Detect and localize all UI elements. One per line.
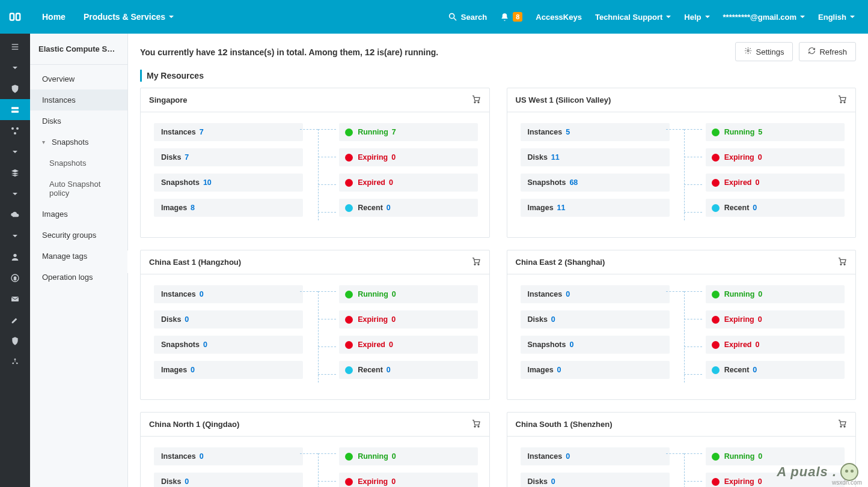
status-pill[interactable]: Expiring 0 xyxy=(339,473,478,487)
sidebar-item[interactable]: Overview xyxy=(30,68,127,89)
sidebar-item[interactable]: Operation logs xyxy=(30,267,127,288)
resource-pill[interactable]: Disks 0 xyxy=(154,473,303,487)
resource-pill[interactable]: Snapshots 0 xyxy=(154,336,303,354)
resource-label: Images xyxy=(161,366,187,374)
nav-user[interactable]: *********@gmail.com xyxy=(723,13,805,22)
resource-pill[interactable]: Instances 5 xyxy=(521,123,670,141)
resource-pill[interactable]: Snapshots 68 xyxy=(521,174,670,192)
sidebar-item[interactable]: Security groups xyxy=(30,225,127,246)
rail-cloud-icon[interactable] xyxy=(0,204,30,225)
status-pill[interactable]: Expired 0 xyxy=(339,336,478,354)
resource-label: Instances xyxy=(161,452,196,461)
nav-home[interactable]: Home xyxy=(42,12,66,22)
cart-icon[interactable] xyxy=(471,256,481,268)
rail-ecs-icon[interactable] xyxy=(0,99,30,120)
resource-pill[interactable]: Disks 11 xyxy=(521,148,670,166)
status-pill[interactable]: Recent 0 xyxy=(339,199,478,217)
rail-storage-icon[interactable] xyxy=(0,162,30,183)
status-dot-icon xyxy=(712,453,720,461)
status-pill[interactable]: Running 0 xyxy=(339,447,478,465)
status-pill[interactable]: Expiring 0 xyxy=(339,310,478,328)
rail-more-icon[interactable] xyxy=(0,351,30,372)
status-pill[interactable]: Expiring 0 xyxy=(706,148,845,166)
topbar-right: Search 8 AccessKeys Technical Support He… xyxy=(448,12,868,22)
nav-help[interactable]: Help xyxy=(684,13,709,22)
status-pill[interactable]: Running 0 xyxy=(339,285,478,303)
nav-accesskeys[interactable]: AccessKeys xyxy=(536,13,582,22)
status-label: Expired xyxy=(358,178,385,187)
status-pill[interactable]: Expired 0 xyxy=(706,174,845,192)
sidebar-item[interactable]: Snapshots xyxy=(30,153,127,174)
rail-menu-icon[interactable] xyxy=(0,36,30,57)
notifications[interactable]: 8 xyxy=(500,12,522,22)
region-body: Instances 0Disks 0Snapshots 0Images 0Run… xyxy=(141,437,489,487)
summary-bar: You currently have 12 instance(s) in tot… xyxy=(140,42,856,61)
sidebar-item-label: Images xyxy=(42,210,68,219)
rail-mail-icon[interactable] xyxy=(0,288,30,309)
resource-pill[interactable]: Disks 7 xyxy=(154,148,303,166)
status-pill[interactable]: Expiring 0 xyxy=(706,310,845,328)
rail-expand-icon[interactable] xyxy=(0,225,30,246)
resource-pill[interactable]: Disks 0 xyxy=(521,310,670,328)
status-pill[interactable]: Recent 0 xyxy=(706,361,845,379)
resource-pill[interactable]: Images 0 xyxy=(154,361,303,379)
nav-user-label: *********@gmail.com xyxy=(723,13,797,22)
cart-icon[interactable] xyxy=(837,419,847,430)
resource-pill[interactable]: Instances 0 xyxy=(154,285,303,303)
resource-pill[interactable]: Disks 0 xyxy=(154,310,303,328)
resource-pill[interactable]: Images 11 xyxy=(521,199,670,217)
search-button[interactable]: Search xyxy=(448,12,487,22)
resource-pill[interactable]: Snapshots 10 xyxy=(154,174,303,192)
resource-pill[interactable]: Images 8 xyxy=(154,199,303,217)
cart-icon[interactable] xyxy=(837,256,847,268)
resource-pill[interactable]: Snapshots 0 xyxy=(521,336,670,354)
resource-pill[interactable]: Disks 0 xyxy=(521,473,670,487)
sidebar-item[interactable]: Images xyxy=(30,204,127,225)
rail-expand-icon[interactable] xyxy=(0,141,30,162)
rail-network-icon[interactable] xyxy=(0,120,30,141)
resource-value: 68 xyxy=(569,178,578,187)
rail-security-icon[interactable] xyxy=(0,330,30,351)
region-header: US West 1 (Silicon Valley) xyxy=(507,88,856,112)
status-label: Expired xyxy=(724,178,752,187)
cart-icon[interactable] xyxy=(471,94,481,106)
status-pill[interactable]: Running 5 xyxy=(706,123,845,141)
sidebar-item[interactable]: Disks xyxy=(30,110,127,132)
status-pill[interactable]: Recent 0 xyxy=(339,361,478,379)
resource-pill[interactable]: Instances 0 xyxy=(154,447,303,465)
status-pill[interactable]: Expired 0 xyxy=(706,336,845,354)
sidebar-item[interactable]: Auto Snapshot policy xyxy=(30,174,127,204)
nav-language[interactable]: English xyxy=(818,13,855,22)
resource-pill[interactable]: Instances 0 xyxy=(521,447,670,465)
sidebar-item[interactable]: Instances xyxy=(30,89,127,110)
brand-logo[interactable] xyxy=(0,0,30,34)
expand-caret-icon: ▾ xyxy=(42,139,48,145)
cart-icon[interactable] xyxy=(837,94,847,106)
resource-pill[interactable]: Images 0 xyxy=(521,361,670,379)
status-dot-icon xyxy=(345,179,353,187)
nav-products[interactable]: Products & Services xyxy=(84,12,174,22)
resource-pill[interactable]: Instances 7 xyxy=(154,123,303,141)
rail-expand-icon[interactable] xyxy=(0,183,30,204)
resource-label: Images xyxy=(528,204,554,212)
settings-button[interactable]: Settings xyxy=(735,42,793,61)
nav-tech-support[interactable]: Technical Support xyxy=(595,13,671,22)
refresh-button[interactable]: Refresh xyxy=(799,42,856,61)
status-dot-icon xyxy=(712,129,720,136)
cart-icon[interactable] xyxy=(471,419,481,430)
rail-edit-icon[interactable] xyxy=(0,309,30,330)
rail-user-icon[interactable] xyxy=(0,246,30,267)
rail-shield-icon[interactable] xyxy=(0,78,30,99)
refresh-label: Refresh xyxy=(819,47,847,56)
status-pill[interactable]: Running 7 xyxy=(339,123,478,141)
status-pill[interactable]: Recent 0 xyxy=(706,199,845,217)
status-label: Expiring xyxy=(358,477,388,486)
sidebar-item[interactable]: ▾Snapshots xyxy=(30,132,127,153)
status-pill[interactable]: Expired 0 xyxy=(339,174,478,192)
status-pill[interactable]: Expiring 0 xyxy=(339,148,478,166)
sidebar-item[interactable]: Manage tags xyxy=(30,246,127,267)
status-pill[interactable]: Running 0 xyxy=(706,285,845,303)
rail-expand-icon[interactable] xyxy=(0,57,30,78)
rail-billing-icon[interactable]: $ xyxy=(0,267,30,288)
resource-pill[interactable]: Instances 0 xyxy=(521,285,670,303)
